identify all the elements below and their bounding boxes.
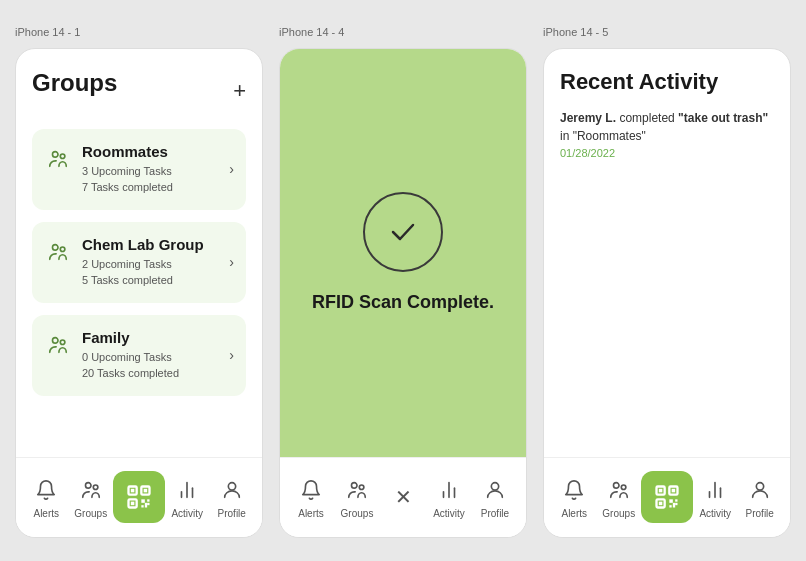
group-card-chemlab[interactable]: Chem Lab Group 2 Upcoming Tasks 5 Tasks … <box>32 222 246 303</box>
chart-icon-2 <box>435 476 463 504</box>
phone-frame-3: Recent Activity Jeremy L. completed "tak… <box>543 48 791 538</box>
nav-qr-1[interactable] <box>113 471 165 523</box>
bell-icon-1 <box>32 476 60 504</box>
chevron-right-icon-3: › <box>229 347 234 363</box>
svg-rect-37 <box>669 499 673 503</box>
nav-label-profile-1: Profile <box>218 508 246 519</box>
svg-rect-40 <box>673 503 675 508</box>
nav-label-activity-2: Activity <box>433 508 465 519</box>
svg-point-0 <box>53 151 59 157</box>
nav-alerts-1[interactable]: Alerts <box>24 476 69 519</box>
group-completed-family: 20 Tasks completed <box>82 365 179 382</box>
qr-button-3[interactable] <box>641 471 693 523</box>
svg-point-29 <box>613 482 619 488</box>
svg-rect-41 <box>675 503 677 505</box>
nav-profile-3[interactable]: Profile <box>738 476 783 519</box>
add-group-button[interactable]: + <box>233 80 246 102</box>
svg-point-3 <box>60 246 65 251</box>
chevron-right-icon: › <box>229 161 234 177</box>
activity-text-1: Jeremy L. completed "take out trash" in … <box>560 109 774 145</box>
group-completed-chemlab: 5 Tasks completed <box>82 272 204 289</box>
nav-alerts-3[interactable]: Alerts <box>552 476 597 519</box>
group-name-roommates: Roommates <box>82 143 173 160</box>
svg-rect-9 <box>131 489 135 493</box>
svg-point-6 <box>85 482 91 488</box>
svg-rect-39 <box>669 505 671 507</box>
nav-label-alerts-2: Alerts <box>298 508 324 519</box>
phone-frame-1: Groups + Roommates <box>15 48 263 538</box>
nav-qr-3[interactable] <box>641 471 693 523</box>
group-completed-roommates: 7 Tasks completed <box>82 179 173 196</box>
svg-point-30 <box>621 484 626 489</box>
nav-label-activity-3: Activity <box>699 508 731 519</box>
svg-rect-32 <box>659 489 663 493</box>
nav-activity-3[interactable]: Activity <box>693 476 738 519</box>
svg-point-1 <box>60 153 65 158</box>
svg-rect-17 <box>145 503 147 508</box>
person-icon-3 <box>746 476 774 504</box>
person-icon-2 <box>481 476 509 504</box>
nav-label-groups-3: Groups <box>602 508 635 519</box>
svg-rect-15 <box>147 499 149 501</box>
nav-label-groups-1: Groups <box>74 508 107 519</box>
svg-point-28 <box>491 482 498 489</box>
svg-point-24 <box>359 484 364 489</box>
group-icon-roommates <box>44 145 72 173</box>
bottom-nav-2: Alerts Groups ✕ <box>280 457 526 537</box>
group-upcoming-roommates: 3 Upcoming Tasks <box>82 163 173 180</box>
activity-date-1: 01/28/2022 <box>560 147 774 159</box>
page-title-groups: Groups <box>32 69 117 97</box>
people-icon-1 <box>77 476 105 504</box>
svg-rect-16 <box>141 505 143 507</box>
person-icon-1 <box>218 476 246 504</box>
phone-frame-2: RFID Scan Complete. Alerts <box>279 48 527 538</box>
people-icon-3 <box>605 476 633 504</box>
nav-label-profile-3: Profile <box>746 508 774 519</box>
nav-label-alerts-1: Alerts <box>33 508 59 519</box>
svg-point-22 <box>228 482 235 489</box>
nav-alerts-2[interactable]: Alerts <box>288 476 334 519</box>
nav-groups-3[interactable]: Groups <box>597 476 642 519</box>
check-circle <box>363 192 443 272</box>
people-icon-2 <box>343 476 371 504</box>
svg-point-4 <box>53 337 59 343</box>
svg-rect-14 <box>141 499 145 503</box>
bell-icon-2 <box>297 476 325 504</box>
qr-button-1[interactable] <box>113 471 165 523</box>
chevron-right-icon-2: › <box>229 254 234 270</box>
svg-rect-13 <box>131 502 135 506</box>
chart-icon-1 <box>173 476 201 504</box>
group-card-family[interactable]: Family 0 Upcoming Tasks 20 Tasks complet… <box>32 315 246 396</box>
nav-activity-1[interactable]: Activity <box>165 476 210 519</box>
nav-profile-1[interactable]: Profile <box>210 476 255 519</box>
bottom-nav-1: Alerts Groups <box>16 457 262 537</box>
svg-point-7 <box>93 484 98 489</box>
svg-point-45 <box>756 482 763 489</box>
nav-close-2[interactable]: ✕ <box>380 487 426 507</box>
group-icon-family <box>44 331 72 359</box>
group-card-roommates[interactable]: Roommates 3 Upcoming Tasks 7 Tasks compl… <box>32 129 246 210</box>
svg-point-5 <box>60 339 65 344</box>
chart-icon-3 <box>701 476 729 504</box>
svg-rect-18 <box>147 503 149 505</box>
nav-label-activity-1: Activity <box>171 508 203 519</box>
group-name-chemlab: Chem Lab Group <box>82 236 204 253</box>
phone-label-1: iPhone 14 - 1 <box>15 26 80 38</box>
rfid-screen: RFID Scan Complete. <box>280 49 526 457</box>
nav-label-groups-2: Groups <box>341 508 374 519</box>
group-upcoming-chemlab: 2 Upcoming Tasks <box>82 256 204 273</box>
svg-rect-34 <box>672 489 676 493</box>
group-icon-chemlab <box>44 238 72 266</box>
activity-item-1: Jeremy L. completed "take out trash" in … <box>560 109 774 159</box>
nav-groups-1[interactable]: Groups <box>69 476 114 519</box>
nav-label-profile-2: Profile <box>481 508 509 519</box>
group-upcoming-family: 0 Upcoming Tasks <box>82 349 179 366</box>
bell-icon-3 <box>560 476 588 504</box>
close-icon-2[interactable]: ✕ <box>395 487 412 507</box>
phone-label-3: iPhone 14 - 5 <box>543 26 608 38</box>
nav-groups-2[interactable]: Groups <box>334 476 380 519</box>
nav-activity-2[interactable]: Activity <box>426 476 472 519</box>
svg-rect-38 <box>675 499 677 501</box>
nav-profile-2[interactable]: Profile <box>472 476 518 519</box>
svg-point-2 <box>53 244 59 250</box>
